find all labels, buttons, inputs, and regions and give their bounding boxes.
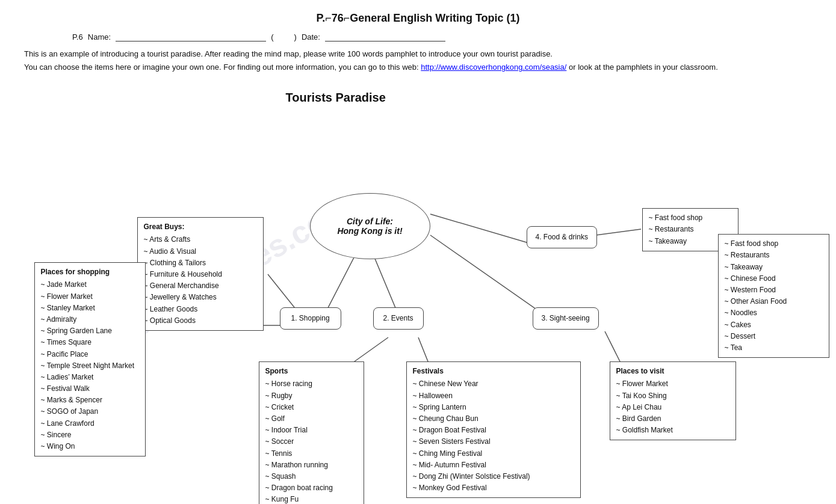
festivals-box: Festivals ~ Chinese New Year ~ Halloween…: [406, 361, 581, 498]
events-bubble: 2. Events: [373, 307, 424, 330]
festivals-title: Festivals: [413, 366, 574, 377]
food-bubble: 4. Food & drinks: [527, 226, 597, 248]
places-shopping-box: Places for shopping ~ Jade Market ~ Flow…: [34, 262, 146, 456]
paren-space: [278, 32, 289, 41]
center-node: City of Life: Hong Kong is it!: [310, 193, 430, 259]
sports-items: ~ Horse racing ~ Rugby ~ Cricket ~ Golf …: [265, 378, 358, 504]
shopping-bubble: 1. Shopping: [280, 307, 341, 330]
food-large-items: ~ Fast food shop ~ Restaurants ~ Takeawa…: [725, 238, 823, 354]
sightsee-places-box: Places to visit ~ Flower Market ~ Tai Ko…: [610, 361, 736, 440]
name-label: Name:: [88, 32, 111, 41]
paren-open: (: [271, 32, 273, 41]
places-shopping-title: Places for shopping: [41, 266, 139, 278]
page-title: P.⌐76⌐General English Writing Topic (1): [24, 12, 812, 25]
great-buys-box: Great Buys: ~ Arts & Crafts ~ Audio & Vi…: [137, 217, 264, 331]
name-input[interactable]: [116, 32, 266, 41]
sightsee-places-title: Places to visit: [616, 366, 729, 377]
festivals-items: ~ Chinese New Year ~ Halloween ~ Spring …: [413, 378, 574, 494]
website-link[interactable]: http://www.discoverhongkong.com/seasia/: [421, 63, 566, 72]
grade-label: P.6: [72, 32, 83, 41]
date-label: Date:: [302, 32, 320, 41]
form-line: P.6 Name: ( ) Date:: [24, 32, 812, 41]
food-large-box: ~ Fast food shop ~ Restaurants ~ Takeawa…: [718, 234, 829, 358]
great-buys-items: ~ Arts & Crafts ~ Audio & Visual ~ Cloth…: [144, 234, 257, 327]
great-buys-title: Great Buys:: [144, 221, 257, 233]
mindmap-container: Tourists Paradise eslprintables.com City…: [27, 85, 810, 458]
mindmap-title: Tourists Paradise: [286, 91, 386, 105]
sports-title: Sports: [265, 366, 358, 377]
sports-box: Sports ~ Horse racing ~ Rugby ~ Cricket …: [259, 361, 364, 504]
sightsee-bubble: 3. Sight-seeing: [533, 307, 599, 330]
places-shopping-items: ~ Jade Market ~ Flower Market ~ Stanley …: [41, 279, 139, 452]
intro-text: This is an example of introducing a tour…: [24, 48, 812, 74]
svg-line-3: [430, 214, 533, 244]
date-input[interactable]: [325, 32, 445, 41]
sightsee-places-items: ~ Flower Market ~ Tai Koo Shing ~ Ap Lei…: [616, 378, 729, 436]
paren-close: ): [294, 32, 297, 41]
